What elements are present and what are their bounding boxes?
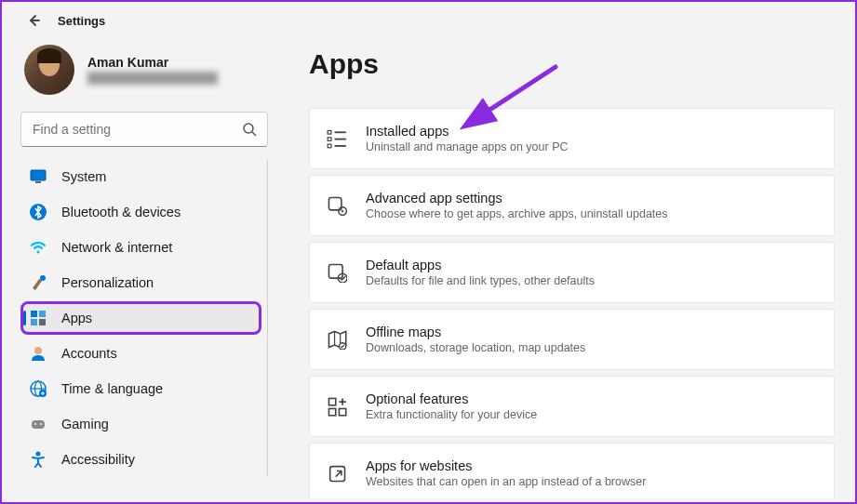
sidebar-item-personalization[interactable]: Personalization — [20, 266, 261, 299]
gamepad-icon — [30, 416, 47, 432]
profile-section[interactable]: Aman Kumar — [20, 45, 268, 95]
sidebar-item-accessibility[interactable]: Accessibility — [20, 443, 261, 476]
nav-list: System Bluetooth & devices Network & int… — [20, 160, 268, 476]
globe-icon — [30, 380, 47, 397]
profile-name: Aman Kumar — [87, 55, 218, 70]
sidebar: Aman Kumar System Bluetooth & devices Ne… — [2, 35, 281, 498]
card-title: Installed apps — [366, 124, 569, 139]
avatar — [24, 45, 74, 95]
card-desc: Extra functionality for your device — [366, 408, 537, 421]
sidebar-item-network[interactable]: Network & internet — [20, 231, 261, 264]
main-content: Apps Installed apps Uninstall and manage… — [281, 35, 855, 498]
card-title: Offline maps — [366, 325, 585, 339]
brush-icon — [30, 274, 47, 291]
card-title: Apps for websites — [366, 458, 646, 473]
card-optional-features[interactable]: Optional features Extra functionality fo… — [309, 376, 835, 437]
card-advanced-settings[interactable]: Advanced app settings Choose where to ge… — [309, 175, 835, 236]
card-title: Advanced app settings — [366, 191, 668, 206]
sidebar-item-system[interactable]: System — [20, 160, 261, 193]
sidebar-item-time[interactable]: Time & language — [20, 372, 261, 405]
back-arrow-icon[interactable] — [26, 13, 41, 28]
default-app-icon — [327, 262, 347, 283]
header: Settings — [2, 2, 855, 35]
nav-label: System — [61, 169, 106, 184]
nav-label: Bluetooth & devices — [61, 205, 181, 219]
wifi-icon — [30, 239, 47, 256]
sidebar-item-accounts[interactable]: Accounts — [20, 337, 261, 370]
search-wrapper — [20, 112, 268, 147]
sidebar-item-gaming[interactable]: Gaming — [20, 407, 261, 441]
bluetooth-icon — [30, 204, 47, 220]
accessibility-icon — [30, 451, 47, 468]
card-desc: Uninstall and manage apps on your PC — [366, 140, 569, 153]
card-offline-maps[interactable]: Offline maps Downloads, storage location… — [309, 309, 835, 370]
card-apps-websites[interactable]: Apps for websites Websites that can open… — [309, 443, 835, 498]
nav-label: Time & language — [61, 381, 163, 396]
card-desc: Defaults for file and link types, other … — [366, 274, 595, 287]
nav-label: Accounts — [61, 346, 117, 361]
search-input[interactable] — [20, 112, 268, 147]
apps-icon — [30, 310, 47, 326]
sidebar-item-bluetooth[interactable]: Bluetooth & devices — [20, 195, 261, 229]
card-desc: Choose where to get apps, archive apps, … — [366, 207, 668, 220]
map-icon — [327, 329, 347, 350]
sidebar-item-apps[interactable]: Apps — [20, 301, 261, 335]
card-desc: Downloads, storage location, map updates — [366, 341, 585, 354]
gear-app-icon — [327, 195, 347, 216]
card-title: Default apps — [366, 258, 595, 272]
nav-label: Apps — [61, 311, 92, 325]
person-icon — [30, 345, 47, 362]
nav-label: Accessibility — [61, 452, 135, 467]
list-icon — [327, 128, 347, 149]
page-title: Apps — [309, 48, 835, 80]
profile-email — [87, 72, 218, 85]
system-icon — [30, 168, 47, 185]
share-icon — [327, 463, 347, 484]
card-desc: Websites that can open in an app instead… — [366, 475, 646, 488]
header-title: Settings — [58, 14, 105, 28]
nav-label: Gaming — [61, 417, 109, 431]
nav-label: Network & internet — [61, 240, 172, 255]
card-default-apps[interactable]: Default apps Defaults for file and link … — [309, 242, 835, 303]
card-installed-apps[interactable]: Installed apps Uninstall and manage apps… — [309, 108, 835, 169]
nav-label: Personalization — [61, 275, 154, 290]
plus-grid-icon — [327, 396, 347, 417]
card-title: Optional features — [366, 391, 537, 406]
